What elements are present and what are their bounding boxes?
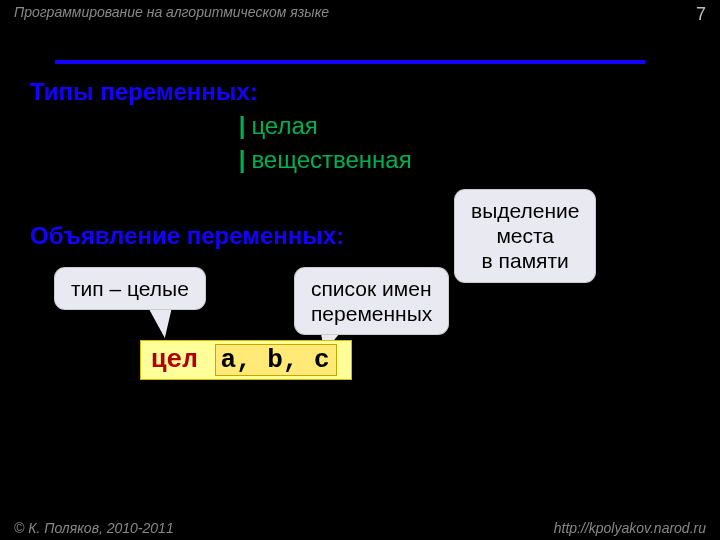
callout-memory-text: выделениеместав памяти	[471, 199, 579, 272]
callout-type: тип – целые	[55, 268, 205, 309]
bar-icon: |	[239, 112, 246, 139]
callout-type-text: тип – целые	[71, 277, 189, 300]
header-title: Программирование на алгоритмическом язык…	[14, 4, 329, 20]
code-keyword: цел	[151, 345, 198, 375]
type-label-int: целая	[251, 112, 317, 139]
type-label-real: вещественная	[251, 146, 411, 173]
title-divider	[55, 60, 645, 64]
heading-declaration: Объявление переменных:	[30, 222, 344, 250]
footer-url: http://kpolyakov.narod.ru	[554, 520, 706, 536]
callout-memory: выделениеместав памяти	[455, 190, 595, 282]
code-example: цел a, b, c	[140, 340, 352, 380]
footer-copyright: © К. Поляков, 2010-2011	[14, 520, 174, 536]
bar-icon: |	[239, 146, 246, 173]
callout-list-text: список именпеременных	[311, 277, 432, 325]
page-number: 7	[696, 4, 706, 25]
code-varlist: a, b, c	[215, 344, 336, 376]
callout-list: список именпеременных	[295, 268, 448, 334]
type-row-int: |целая	[180, 112, 318, 140]
type-row-real: |вещественная	[180, 146, 412, 174]
heading-types: Типы переменных:	[30, 78, 258, 106]
